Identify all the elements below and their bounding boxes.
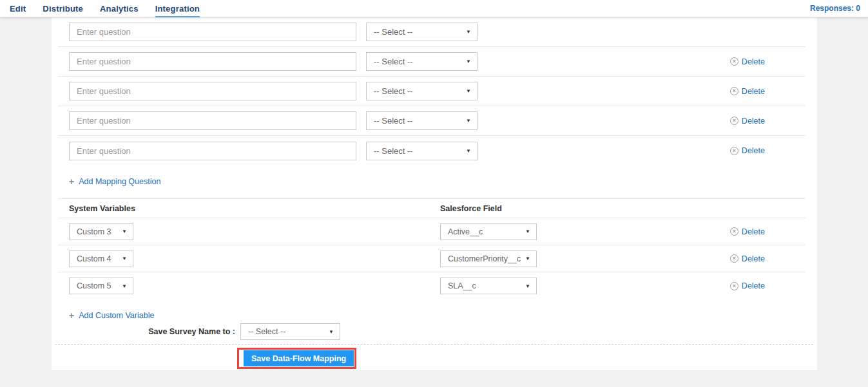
save-survey-name-row: Save Survey Name to : -- Select -- ▼ — [58, 323, 805, 340]
custom-variable-row: Custom 5 ▼ SLA__c ▼ × Delete — [58, 272, 805, 299]
caret-down-icon: ▼ — [466, 29, 471, 35]
delete-row-button[interactable]: × Delete — [730, 87, 765, 96]
tab-integration[interactable]: Integration — [155, 1, 200, 17]
salesforce-field-select[interactable]: -- Select -- ▼ — [366, 82, 477, 100]
delete-label: Delete — [742, 146, 765, 155]
delete-circle-icon: × — [730, 282, 738, 290]
caret-down-icon: ▼ — [525, 256, 530, 261]
caret-down-icon: ▼ — [466, 118, 471, 124]
select-value: Custom 5 — [77, 281, 111, 290]
caret-down-icon: ▼ — [525, 283, 530, 289]
select-value: -- Select -- — [248, 327, 285, 336]
delete-row-button[interactable]: × Delete — [730, 227, 765, 236]
select-value: Custom 4 — [77, 254, 111, 263]
select-value: -- Select -- — [374, 57, 413, 66]
salesforce-field-select[interactable]: -- Select -- ▼ — [366, 142, 477, 160]
delete-row-button[interactable]: × Delete — [730, 254, 765, 263]
caret-down-icon: ▼ — [466, 88, 471, 94]
integration-mapping-panel: -- Select -- ▼ -- Select -- ▼ × Delete -… — [52, 17, 817, 370]
delete-label: Delete — [742, 57, 765, 66]
delete-row-button[interactable]: × Delete — [730, 57, 765, 66]
mapping-question-row: -- Select -- ▼ × Delete — [58, 106, 805, 136]
caret-down-icon: ▼ — [329, 329, 334, 335]
select-value: CustomerPriority__c — [448, 254, 521, 263]
mapping-question-row: -- Select -- ▼ — [58, 17, 805, 47]
system-variable-select[interactable]: Custom 5 ▼ — [69, 278, 133, 294]
top-navbar: Edit Distribute Analytics Integration Re… — [0, 0, 868, 17]
add-custom-variable-button[interactable]: + Add Custom Variable — [69, 310, 154, 321]
mapping-question-row: -- Select -- ▼ × Delete — [58, 47, 805, 77]
add-custom-variable-label: Add Custom Variable — [79, 311, 154, 320]
delete-label: Delete — [742, 227, 765, 236]
select-value: -- Select -- — [374, 86, 413, 96]
add-mapping-question-label: Add Mapping Question — [79, 177, 160, 186]
select-value: -- Select -- — [374, 116, 413, 126]
variables-table-header: System Variables Salesforce Field — [58, 198, 805, 218]
caret-down-icon: ▼ — [122, 256, 127, 261]
delete-label: Delete — [742, 281, 765, 290]
mapping-question-row: -- Select -- ▼ × Delete — [58, 136, 805, 165]
salesforce-field-select[interactable]: SLA__c ▼ — [440, 278, 537, 294]
dashed-divider — [55, 345, 813, 345]
delete-row-button[interactable]: × Delete — [730, 281, 765, 290]
salesforce-field-header: Salesforce Field — [440, 204, 502, 213]
salesforce-field-select[interactable]: -- Select -- ▼ — [366, 111, 477, 130]
delete-circle-icon: × — [730, 57, 738, 66]
mapping-question-input[interactable] — [69, 52, 356, 71]
select-value: Custom 3 — [77, 227, 111, 236]
delete-circle-icon: × — [730, 227, 738, 236]
delete-circle-icon: × — [730, 87, 738, 95]
custom-variable-row: Custom 3 ▼ Active__c ▼ × Delete — [58, 218, 805, 245]
caret-down-icon: ▼ — [525, 229, 530, 234]
mapping-question-row: -- Select -- ▼ × Delete — [58, 77, 805, 106]
add-mapping-question-button[interactable]: + Add Mapping Question — [69, 176, 160, 187]
delete-label: Delete — [742, 87, 765, 96]
delete-row-button[interactable]: × Delete — [730, 146, 765, 155]
nav-tabs: Edit Distribute Analytics Integration — [10, 0, 200, 17]
save-survey-name-label: Save Survey Name to : — [58, 327, 240, 336]
delete-row-button[interactable]: × Delete — [730, 117, 765, 126]
select-value: -- Select -- — [374, 27, 413, 37]
mapping-question-input[interactable] — [69, 82, 356, 100]
save-survey-name-select[interactable]: -- Select -- ▼ — [240, 323, 340, 340]
delete-circle-icon: × — [730, 147, 738, 155]
system-variables-header: System Variables — [69, 204, 440, 213]
plus-icon: + — [69, 310, 74, 321]
tab-analytics[interactable]: Analytics — [100, 0, 139, 17]
caret-down-icon: ▼ — [466, 148, 471, 154]
salesforce-field-select[interactable]: -- Select -- ▼ — [366, 52, 477, 71]
mapping-question-input[interactable] — [69, 23, 356, 41]
custom-variable-row: Custom 4 ▼ CustomerPriority__c ▼ × Delet… — [58, 245, 805, 272]
mapping-question-input[interactable] — [69, 111, 356, 130]
delete-label: Delete — [742, 254, 765, 263]
salesforce-field-select[interactable]: CustomerPriority__c ▼ — [440, 250, 537, 267]
tab-edit[interactable]: Edit — [10, 0, 26, 17]
salesforce-field-select[interactable]: Active__c ▼ — [440, 223, 537, 240]
save-button-row: Save Data-Flow Mapping — [52, 348, 817, 369]
caret-down-icon: ▼ — [466, 59, 471, 64]
mapping-question-input[interactable] — [69, 142, 356, 160]
select-value: -- Select -- — [374, 146, 413, 156]
delete-circle-icon: × — [730, 254, 738, 263]
system-variable-select[interactable]: Custom 4 ▼ — [69, 250, 133, 267]
system-variable-select[interactable]: Custom 3 ▼ — [69, 223, 133, 240]
save-data-flow-mapping-button[interactable]: Save Data-Flow Mapping — [244, 350, 354, 366]
delete-label: Delete — [742, 117, 765, 126]
caret-down-icon: ▼ — [122, 283, 127, 289]
select-value: Active__c — [448, 227, 483, 236]
plus-icon: + — [69, 176, 74, 187]
salesforce-field-select[interactable]: -- Select -- ▼ — [366, 23, 477, 41]
responses-count[interactable]: Responses: 0 — [810, 4, 860, 13]
delete-circle-icon: × — [730, 117, 738, 125]
select-value: SLA__c — [448, 281, 476, 290]
highlight-box: Save Data-Flow Mapping — [237, 348, 356, 369]
caret-down-icon: ▼ — [122, 229, 127, 234]
tab-distribute[interactable]: Distribute — [43, 0, 83, 17]
